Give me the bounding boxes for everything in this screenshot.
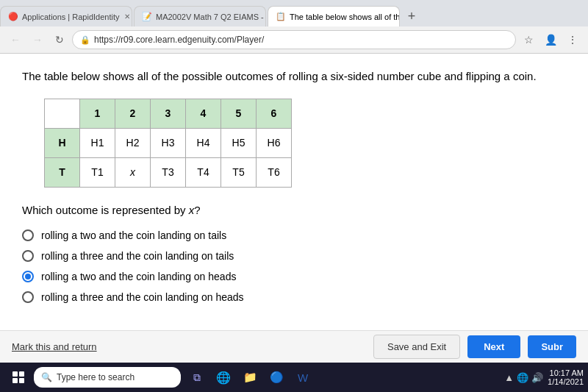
windows-icon [12, 371, 24, 383]
search-input-label: Type here to search [57, 372, 135, 382]
content-area: The table below shows all of the possibl… [0, 54, 588, 363]
new-tab-button[interactable]: + [401, 6, 422, 26]
address-bar[interactable]: 🔒 https://r09.core.learn.edgenuity.com/P… [72, 30, 516, 49]
option-3-text: rolling a two and the coin landing on he… [41, 271, 236, 282]
table-col-6: 6 [257, 99, 292, 128]
tray-arrow-icon[interactable]: ▲ [504, 372, 514, 383]
lock-icon: 🔒 [80, 35, 90, 45]
table-cell-h2: H2 [115, 128, 151, 157]
taskbar: 🔍 Type here to search ⧉ 🌐 📁 🔵 W ▲ 🌐 🔊 10… [0, 363, 588, 392]
profile-icon[interactable]: 👤 [541, 30, 560, 49]
option-4-text: rolling a three and the coin landing on … [41, 291, 244, 303]
tab-label-2: MA2002V Math 7 Q2 EIAMS - E... [156, 13, 266, 21]
table-cell-h1: H1 [80, 128, 115, 157]
tab-favicon-2: 📝 [142, 12, 152, 22]
radio-4[interactable] [22, 291, 34, 303]
tab-favicon-1: 🔴 [8, 12, 18, 22]
start-button[interactable] [4, 366, 32, 389]
table-col-5: 5 [221, 99, 257, 128]
taskbar-apps: ⧉ 🌐 📁 🔵 W [185, 366, 315, 389]
table-cell-t5: T5 [221, 157, 257, 187]
tab-bar: 🔴 Applications | RapidIdentity ✕ 📝 MA200… [0, 0, 588, 26]
table-cell-h6: H6 [257, 128, 292, 157]
radio-3-dot [25, 274, 31, 279]
tab-rapididentity[interactable]: 🔴 Applications | RapidIdentity ✕ [0, 6, 132, 26]
submit-button[interactable]: Subr [528, 335, 576, 358]
forward-button[interactable]: → [28, 30, 47, 49]
table-corner-cell [45, 99, 80, 128]
menu-icon[interactable]: ⋮ [563, 30, 582, 49]
taskbar-app-word[interactable]: W [291, 366, 315, 389]
table-col-1: 1 [80, 99, 115, 128]
radio-1[interactable] [22, 229, 34, 241]
option-1-text: rolling a two and the coin landing on ta… [41, 229, 226, 241]
tab-table[interactable]: 📋 The table below shows all of th... ✕ [268, 6, 400, 26]
radio-3[interactable] [22, 271, 34, 282]
table-col-2: 2 [115, 99, 151, 128]
table-cell-t3: T3 [151, 157, 186, 187]
address-url: https://r09.core.learn.edgenuity.com/Pla… [94, 35, 264, 45]
word-icon: W [298, 371, 308, 384]
bottom-bar: Mark this and return Save and Exit Next … [0, 330, 588, 363]
sound-icon[interactable]: 🔊 [531, 372, 543, 383]
table-cell-h5: H5 [221, 128, 257, 157]
network-icon[interactable]: 🌐 [517, 372, 528, 383]
taskbar-app-edge[interactable]: 🌐 [212, 366, 235, 389]
table-cell-t1: T1 [80, 157, 115, 187]
tab-close-1[interactable]: ✕ [124, 13, 130, 21]
taskbar-search[interactable]: 🔍 Type here to search [34, 367, 181, 388]
taskbar-app-taskview[interactable]: ⧉ [185, 366, 209, 389]
clock-time: 10:17 AM [548, 368, 584, 377]
option-2[interactable]: rolling a three and the coin landing on … [22, 250, 566, 262]
table-cell-h4: H4 [186, 128, 221, 157]
table-col-3: 3 [151, 99, 186, 128]
mark-return-link[interactable]: Mark this and return [12, 341, 97, 352]
question-intro: The table below shows all of the possibl… [22, 68, 566, 85]
taskbar-app-edge2[interactable]: 🔵 [265, 366, 288, 389]
search-icon: 🔍 [41, 372, 52, 382]
table-cell-t4: T4 [186, 157, 221, 187]
tab-math7[interactable]: 📝 MA2002V Math 7 Q2 EIAMS - E... ✕ [134, 6, 266, 26]
next-button[interactable]: Next [467, 335, 520, 358]
nav-bar: ← → ↻ 🔒 https://r09.core.learn.edgenuity… [0, 26, 588, 53]
tab-favicon-3: 📋 [276, 12, 286, 22]
browser-chrome: 🔴 Applications | RapidIdentity ✕ 📝 MA200… [0, 0, 588, 54]
table-cell-t6: T6 [257, 157, 292, 187]
outcome-table: 1 2 3 4 5 6 H H1 H2 H3 H4 H5 H6 T T1 x [44, 99, 292, 188]
table-cell-t2-x: x [115, 157, 151, 187]
option-4[interactable]: rolling a three and the coin landing on … [22, 291, 566, 303]
table-col-4: 4 [186, 99, 221, 128]
reload-button[interactable]: ↻ [50, 30, 69, 49]
option-3[interactable]: rolling a two and the coin landing on he… [22, 271, 566, 282]
tab-label-1: Applications | RapidIdentity [22, 13, 120, 21]
nav-actions: ☆ 👤 ⋮ [519, 30, 582, 49]
table-row-t-label: T [45, 157, 80, 187]
system-clock[interactable]: 10:17 AM 1/14/2021 [548, 368, 584, 386]
browser-icon: 🔵 [270, 371, 284, 384]
edge-icon: 🌐 [216, 371, 231, 385]
option-1[interactable]: rolling a two and the coin landing on ta… [22, 229, 566, 241]
radio-2[interactable] [22, 250, 34, 262]
files-icon: 📁 [243, 371, 257, 384]
option-2-text: rolling a three and the coin landing on … [41, 250, 234, 262]
clock-date: 1/14/2021 [548, 377, 584, 386]
taskbar-app-files[interactable]: 📁 [238, 366, 262, 389]
tab-label-3: The table below shows all of th... [290, 13, 400, 21]
bookmark-icon[interactable]: ☆ [519, 30, 538, 49]
back-button[interactable]: ← [6, 30, 25, 49]
answer-options: rolling a two and the coin landing on ta… [22, 229, 566, 303]
system-tray-icons: ▲ 🌐 🔊 [504, 372, 543, 383]
taskview-icon: ⧉ [193, 371, 201, 384]
which-outcome-text: Which outcome is represented by x? [22, 204, 566, 216]
save-exit-button[interactable]: Save and Exit [373, 335, 460, 359]
taskbar-right: ▲ 🌐 🔊 10:17 AM 1/14/2021 [504, 368, 584, 386]
table-cell-h3: H3 [151, 128, 186, 157]
table-row-h-label: H [45, 128, 80, 157]
